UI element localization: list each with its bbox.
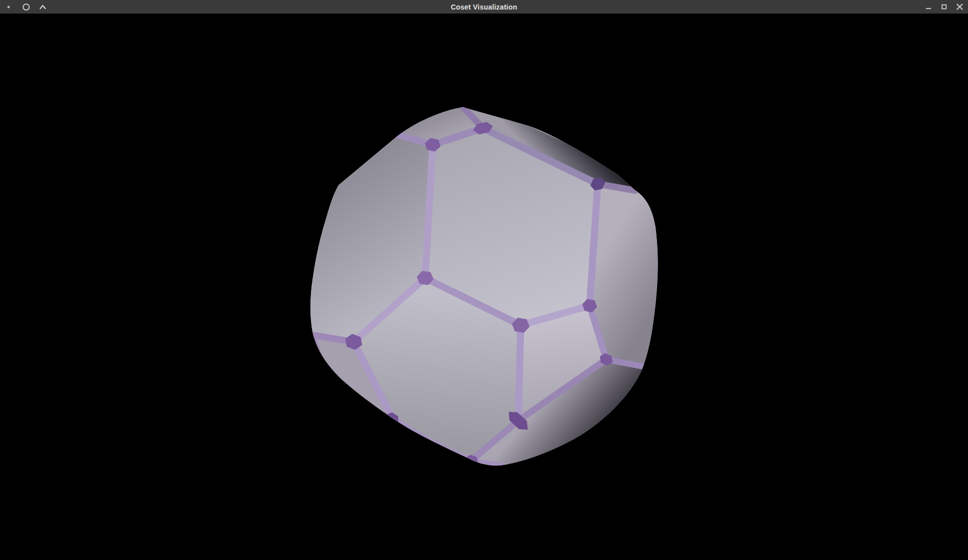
minimize-button[interactable]: [924, 3, 932, 11]
coset-polytope-canvas[interactable]: [0, 0, 968, 560]
titlebar[interactable]: Coset Visualization: [0, 0, 968, 14]
dot-icon[interactable]: [6, 3, 14, 11]
maximize-button[interactable]: [940, 3, 948, 11]
window-title: Coset Visualization: [0, 0, 968, 14]
titlebar-left-icons: [0, 0, 47, 14]
render-viewport[interactable]: [0, 0, 968, 560]
chevron-up-icon[interactable]: [39, 3, 47, 11]
close-button[interactable]: [955, 3, 963, 11]
circle-icon[interactable]: [22, 3, 30, 11]
polytope-edge: [518, 325, 521, 421]
window-controls: [924, 0, 968, 14]
app-window: Coset Visualization: [0, 0, 968, 560]
